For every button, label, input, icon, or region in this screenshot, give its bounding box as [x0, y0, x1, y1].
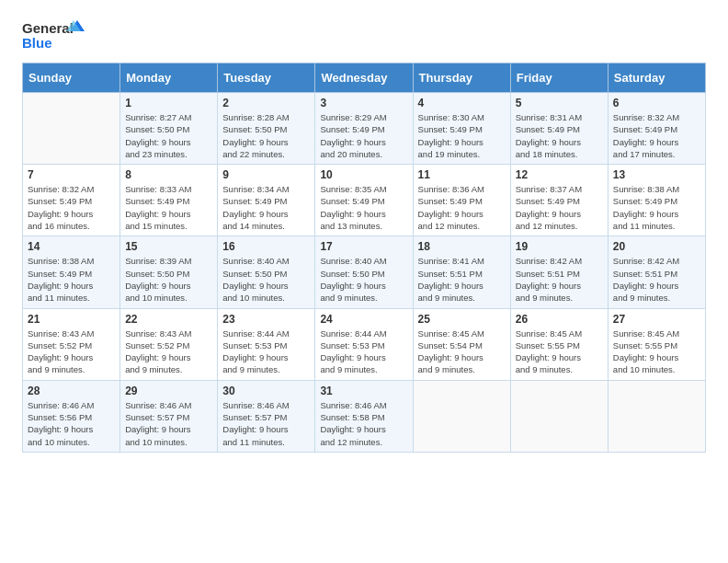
calendar-cell: 24Sunrise: 8:44 AMSunset: 5:53 PMDayligh… [315, 308, 413, 380]
calendar-cell: 1Sunrise: 8:27 AMSunset: 5:50 PMDaylight… [120, 93, 218, 165]
day-header-saturday: Saturday [608, 63, 705, 93]
svg-text:General: General [22, 20, 74, 36]
day-number: 25 [418, 313, 506, 326]
calendar-cell: 26Sunrise: 8:45 AMSunset: 5:55 PMDayligh… [510, 308, 608, 380]
day-number: 31 [320, 385, 407, 397]
day-info: Sunrise: 8:34 AMSunset: 5:49 PMDaylight:… [222, 183, 310, 232]
calendar-cell: 20Sunrise: 8:42 AMSunset: 5:51 PMDayligh… [608, 236, 705, 308]
day-info: Sunrise: 8:46 AMSunset: 5:56 PMDaylight:… [28, 399, 115, 448]
day-number: 4 [418, 97, 506, 109]
day-info: Sunrise: 8:36 AMSunset: 5:49 PMDaylight:… [418, 183, 506, 232]
calendar-cell: 27Sunrise: 8:45 AMSunset: 5:55 PMDayligh… [608, 308, 705, 380]
calendar-cell: 30Sunrise: 8:46 AMSunset: 5:57 PMDayligh… [218, 380, 315, 452]
day-number: 22 [125, 313, 212, 326]
day-number: 5 [516, 97, 603, 109]
day-info: Sunrise: 8:46 AMSunset: 5:57 PMDaylight:… [222, 399, 310, 448]
day-number: 29 [125, 385, 212, 397]
day-number: 15 [125, 240, 212, 253]
day-info: Sunrise: 8:45 AMSunset: 5:55 PMDaylight:… [516, 327, 603, 376]
day-header-wednesday: Wednesday [315, 63, 413, 93]
day-number: 20 [613, 240, 700, 253]
calendar-cell: 11Sunrise: 8:36 AMSunset: 5:49 PMDayligh… [413, 165, 510, 236]
day-info: Sunrise: 8:33 AMSunset: 5:49 PMDaylight:… [125, 183, 212, 232]
day-number: 9 [222, 168, 310, 181]
day-info: Sunrise: 8:42 AMSunset: 5:51 PMDaylight:… [516, 255, 603, 304]
day-number: 2 [222, 97, 310, 109]
calendar-cell: 4Sunrise: 8:30 AMSunset: 5:49 PMDaylight… [413, 93, 510, 165]
day-number: 10 [320, 168, 407, 181]
day-number: 8 [125, 168, 212, 181]
calendar-cell [23, 93, 120, 165]
calendar-table: SundayMondayTuesdayWednesdayThursdayFrid… [22, 63, 706, 453]
day-number: 1 [125, 97, 212, 109]
calendar-cell: 5Sunrise: 8:31 AMSunset: 5:49 PMDaylight… [510, 93, 608, 165]
day-number: 6 [613, 97, 700, 109]
calendar-cell [413, 380, 510, 452]
calendar-cell: 21Sunrise: 8:43 AMSunset: 5:52 PMDayligh… [23, 308, 120, 380]
calendar-cell [510, 380, 608, 452]
calendar-cell: 29Sunrise: 8:46 AMSunset: 5:57 PMDayligh… [120, 380, 218, 452]
calendar-cell: 31Sunrise: 8:46 AMSunset: 5:58 PMDayligh… [315, 380, 413, 452]
calendar-cell: 23Sunrise: 8:44 AMSunset: 5:53 PMDayligh… [218, 308, 315, 380]
svg-text:Blue: Blue [22, 35, 52, 51]
calendar-cell: 28Sunrise: 8:46 AMSunset: 5:56 PMDayligh… [23, 380, 120, 452]
calendar-cell: 9Sunrise: 8:34 AMSunset: 5:49 PMDaylight… [218, 165, 315, 236]
calendar-cell: 2Sunrise: 8:28 AMSunset: 5:50 PMDaylight… [218, 93, 315, 165]
calendar-cell: 7Sunrise: 8:32 AMSunset: 5:49 PMDaylight… [23, 165, 120, 236]
calendar-cell: 17Sunrise: 8:40 AMSunset: 5:50 PMDayligh… [315, 236, 413, 308]
day-header-sunday: Sunday [23, 63, 120, 93]
day-number: 3 [320, 97, 407, 109]
day-number: 30 [222, 385, 310, 397]
day-info: Sunrise: 8:46 AMSunset: 5:58 PMDaylight:… [320, 399, 407, 448]
day-info: Sunrise: 8:40 AMSunset: 5:50 PMDaylight:… [222, 255, 310, 304]
day-info: Sunrise: 8:40 AMSunset: 5:50 PMDaylight:… [320, 255, 407, 304]
calendar-cell: 18Sunrise: 8:41 AMSunset: 5:51 PMDayligh… [413, 236, 510, 308]
day-info: Sunrise: 8:45 AMSunset: 5:54 PMDaylight:… [418, 327, 506, 376]
day-info: Sunrise: 8:27 AMSunset: 5:50 PMDaylight:… [125, 111, 212, 160]
calendar-week-row: 14Sunrise: 8:38 AMSunset: 5:49 PMDayligh… [23, 236, 706, 308]
day-number: 24 [320, 313, 407, 326]
calendar-cell: 16Sunrise: 8:40 AMSunset: 5:50 PMDayligh… [218, 236, 315, 308]
day-info: Sunrise: 8:32 AMSunset: 5:49 PMDaylight:… [28, 183, 115, 232]
day-info: Sunrise: 8:38 AMSunset: 5:49 PMDaylight:… [28, 255, 115, 304]
day-number: 7 [28, 168, 115, 181]
calendar-cell: 3Sunrise: 8:29 AMSunset: 5:49 PMDaylight… [315, 93, 413, 165]
day-header-monday: Monday [120, 63, 218, 93]
calendar-cell: 14Sunrise: 8:38 AMSunset: 5:49 PMDayligh… [23, 236, 120, 308]
calendar-cell: 19Sunrise: 8:42 AMSunset: 5:51 PMDayligh… [510, 236, 608, 308]
calendar-header-row: SundayMondayTuesdayWednesdayThursdayFrid… [23, 63, 706, 93]
day-info: Sunrise: 8:44 AMSunset: 5:53 PMDaylight:… [320, 327, 407, 376]
day-number: 28 [28, 385, 115, 397]
logo-svg: General Blue [22, 18, 86, 55]
day-header-friday: Friday [510, 63, 608, 93]
page-header: General Blue [22, 18, 706, 55]
day-number: 23 [222, 313, 310, 326]
day-number: 18 [418, 240, 506, 253]
logo: General Blue [22, 18, 86, 55]
day-info: Sunrise: 8:35 AMSunset: 5:49 PMDaylight:… [320, 183, 407, 232]
day-number: 21 [28, 313, 115, 326]
day-header-thursday: Thursday [413, 63, 510, 93]
day-number: 13 [613, 168, 700, 181]
day-info: Sunrise: 8:38 AMSunset: 5:49 PMDaylight:… [613, 183, 700, 232]
day-header-tuesday: Tuesday [218, 63, 315, 93]
day-info: Sunrise: 8:46 AMSunset: 5:57 PMDaylight:… [125, 399, 212, 448]
day-info: Sunrise: 8:39 AMSunset: 5:50 PMDaylight:… [125, 255, 212, 304]
calendar-week-row: 21Sunrise: 8:43 AMSunset: 5:52 PMDayligh… [23, 308, 706, 380]
day-info: Sunrise: 8:32 AMSunset: 5:49 PMDaylight:… [613, 111, 700, 160]
day-info: Sunrise: 8:41 AMSunset: 5:51 PMDaylight:… [418, 255, 506, 304]
day-info: Sunrise: 8:37 AMSunset: 5:49 PMDaylight:… [516, 183, 603, 232]
day-info: Sunrise: 8:42 AMSunset: 5:51 PMDaylight:… [613, 255, 700, 304]
calendar-cell: 22Sunrise: 8:43 AMSunset: 5:52 PMDayligh… [120, 308, 218, 380]
calendar-cell: 13Sunrise: 8:38 AMSunset: 5:49 PMDayligh… [608, 165, 705, 236]
day-info: Sunrise: 8:45 AMSunset: 5:55 PMDaylight:… [613, 327, 700, 376]
day-info: Sunrise: 8:43 AMSunset: 5:52 PMDaylight:… [28, 327, 115, 376]
calendar-cell [608, 380, 705, 452]
day-number: 12 [516, 168, 603, 181]
calendar-week-row: 1Sunrise: 8:27 AMSunset: 5:50 PMDaylight… [23, 93, 706, 165]
calendar-cell: 12Sunrise: 8:37 AMSunset: 5:49 PMDayligh… [510, 165, 608, 236]
calendar-week-row: 7Sunrise: 8:32 AMSunset: 5:49 PMDaylight… [23, 165, 706, 236]
day-number: 14 [28, 240, 115, 253]
day-info: Sunrise: 8:31 AMSunset: 5:49 PMDaylight:… [516, 111, 603, 160]
day-number: 16 [222, 240, 310, 253]
